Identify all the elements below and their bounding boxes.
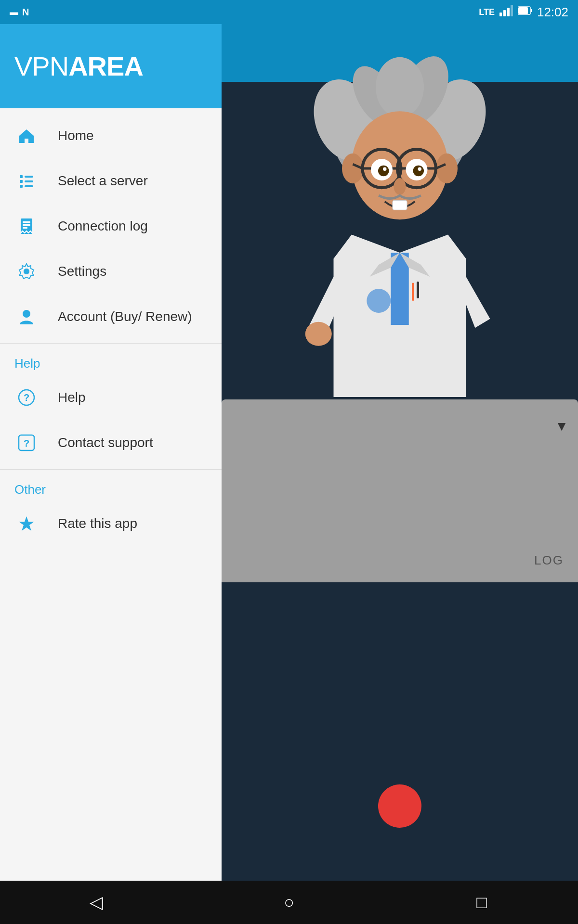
svg-rect-42: [23, 221, 30, 223]
svg-rect-40: [25, 185, 33, 187]
svg-point-29: [394, 178, 406, 195]
rate-app-label: Rate this app: [58, 516, 137, 531]
status-bar-right: LTE 12:02: [479, 5, 568, 20]
character-area: [222, 48, 578, 409]
nav-item-account[interactable]: Account (Buy/ Renew): [0, 294, 222, 339]
nav-item-connection-log[interactable]: Connection log: [0, 204, 222, 249]
svg-rect-1: [503, 10, 506, 16]
help-square-icon: ?: [14, 431, 39, 455]
nav-item-contact-support[interactable]: ? Contact support: [0, 420, 222, 465]
select-server-label: Select a server: [58, 173, 148, 189]
logo-prefix: VPN: [14, 51, 68, 81]
svg-rect-37: [20, 180, 23, 183]
receipt-icon: [14, 214, 39, 238]
svg-rect-0: [499, 13, 502, 16]
svg-rect-36: [25, 176, 33, 178]
home-icon: [14, 124, 39, 148]
divider-help: [0, 343, 222, 344]
svg-marker-52: [19, 516, 34, 531]
other-section-title: Other: [0, 474, 222, 501]
contact-support-label: Contact support: [58, 435, 153, 450]
svg-point-26: [413, 166, 424, 177]
nav-item-select-server[interactable]: Select a server: [0, 158, 222, 204]
svg-point-25: [378, 166, 389, 177]
account-label: Account (Buy/ Renew): [58, 309, 192, 324]
drawer-body: Home Select a server: [0, 108, 222, 881]
home-button[interactable]: ○: [270, 888, 308, 917]
nav-item-rate-app[interactable]: Rate this app: [0, 501, 222, 546]
drawer-header: VPNAREA: [0, 24, 222, 108]
home-label: Home: [58, 128, 94, 143]
svg-rect-38: [25, 180, 33, 182]
nav-item-home[interactable]: Home: [0, 113, 222, 158]
svg-rect-32: [412, 283, 414, 301]
svg-rect-3: [511, 5, 513, 16]
connect-button[interactable]: [378, 784, 421, 828]
nav-item-help[interactable]: ? Help: [0, 375, 222, 420]
status-bar-left: ▬ N: [10, 7, 29, 18]
gray-panel: ▼ LOG: [222, 399, 578, 582]
connection-log-label: Connection log: [58, 218, 148, 234]
svg-rect-33: [417, 282, 419, 298]
svg-point-15: [436, 154, 458, 184]
status-bar: ▬ N LTE 12:02: [0, 0, 578, 24]
svg-point-34: [367, 289, 391, 313]
person-icon: [14, 305, 39, 329]
svg-point-31: [305, 322, 332, 346]
app-logo: VPNAREA: [14, 51, 143, 82]
svg-rect-30: [393, 200, 407, 210]
svg-text:?: ?: [24, 392, 29, 403]
svg-point-27: [383, 167, 387, 171]
svg-point-12: [376, 57, 424, 117]
log-label: LOG: [534, 553, 564, 568]
help-circle-icon: ?: [14, 385, 39, 410]
signal-bars-icon: [499, 5, 513, 19]
list-icon: [14, 169, 39, 193]
svg-point-28: [418, 167, 422, 171]
back-button[interactable]: ◁: [77, 888, 116, 917]
app-icon-n: N: [22, 7, 29, 18]
navigation-bar: ◁ ○ □: [0, 881, 578, 924]
clock: 12:02: [537, 5, 568, 20]
navigation-drawer: VPNAREA Home: [0, 24, 222, 881]
svg-rect-2: [507, 8, 510, 16]
divider-other: [0, 469, 222, 470]
help-label: Help: [58, 390, 86, 405]
svg-point-47: [23, 310, 30, 318]
svg-rect-6: [531, 9, 532, 12]
svg-rect-43: [23, 224, 30, 226]
svg-rect-39: [20, 185, 23, 188]
settings-label: Settings: [58, 264, 106, 279]
star-icon: [14, 512, 39, 536]
nav-item-settings[interactable]: Settings: [0, 249, 222, 294]
help-section-title: Help: [0, 347, 222, 375]
svg-rect-5: [518, 7, 528, 14]
lte-icon: LTE: [479, 7, 495, 17]
notification-icon: ▬: [10, 7, 18, 17]
battery-icon: [518, 6, 532, 18]
logo-suffix: AREA: [68, 51, 143, 81]
svg-rect-16: [391, 253, 409, 325]
svg-rect-44: [23, 227, 27, 229]
settings-icon: [14, 259, 39, 283]
recent-apps-button[interactable]: □: [462, 888, 501, 917]
svg-text:?: ?: [24, 438, 29, 449]
svg-rect-35: [20, 175, 23, 178]
dropdown-arrow-icon[interactable]: ▼: [555, 419, 568, 434]
